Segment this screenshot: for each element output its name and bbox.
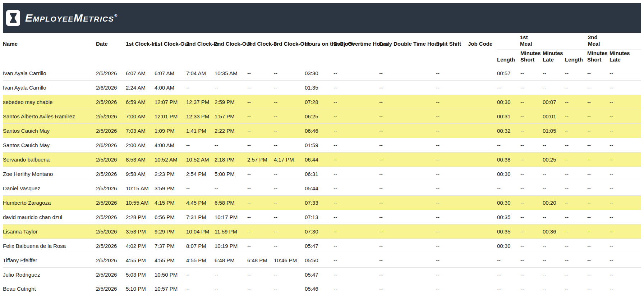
table-row[interactable]: Servando balbuena2/5/20268:53 AM10:52 AM… — [3, 152, 641, 167]
table-row[interactable]: Ivan Ayala Carrillo2/5/20266:07 AM6:07 A… — [3, 66, 641, 80]
cell-job-code — [468, 66, 497, 80]
cell-clock-out-2: 6:48 PM — [215, 253, 247, 267]
cell-meal1-minutes-short: -- — [520, 123, 543, 138]
cell-meal1-minutes-late: 00:01 — [543, 109, 565, 123]
cell-meal2-minutes-late: -- — [610, 152, 641, 167]
cell-hours-on-clock: 05:50 — [305, 253, 334, 267]
cell-date: 2/5/2026 — [96, 66, 126, 80]
cell-daily-overtime-hours: -- — [334, 109, 379, 123]
cell-meal2-length: -- — [565, 80, 587, 95]
cell-clock-out-1: 10:57 PM — [155, 282, 186, 295]
cell-meal1-length: 00:31 — [497, 109, 520, 123]
header-spacer-date — [96, 50, 126, 66]
cell-meal2-minutes-late: -- — [610, 167, 641, 181]
cell-job-code — [468, 152, 497, 167]
cell-meal2-minutes-short: -- — [587, 138, 610, 152]
column-header-clock-out-1: 1st Clock-Out — [155, 33, 186, 50]
cell-meal1-minutes-short: -- — [520, 66, 543, 80]
table-row[interactable]: Ivan Ayala Carrillo2/6/20262:24 AM4:00 A… — [3, 80, 641, 95]
table-row[interactable]: sebedeo may chable2/5/20266:59 AM12:07 P… — [3, 95, 641, 109]
cell-hours-on-clock: 05:46 — [305, 282, 334, 295]
table-row[interactable]: Daniel Vasquez2/5/202610:15 AM3:59 PM---… — [3, 181, 641, 195]
cell-daily-overtime-hours: -- — [334, 123, 379, 138]
brand-wordmark: EmployeeMetrics — [25, 12, 114, 24]
cell-clock-in-1: 9:58 AM — [126, 167, 155, 181]
column-header-split-shift: Split Shift — [436, 33, 468, 50]
cell-clock-in-1: 2:00 AM — [126, 138, 155, 152]
cell-meal2-minutes-late: -- — [610, 195, 641, 210]
cell-meal2-minutes-short: -- — [587, 282, 610, 295]
cell-clock-in-2: 10:04 PM — [186, 224, 215, 239]
cell-split-shift: -- — [436, 181, 468, 195]
cell-clock-in-3: -- — [247, 239, 274, 253]
column-group-meal-1: 1st Meal — [497, 33, 565, 50]
cell-name: Servando balbuena — [3, 152, 96, 167]
cell-meal2-length: -- — [565, 123, 587, 138]
table-row[interactable]: Lisanna Taylor2/5/20263:53 PM9:29 PM10:0… — [3, 224, 641, 239]
cell-date: 2/6/2026 — [96, 138, 126, 152]
cell-clock-out-2: 2:59 PM — [215, 95, 247, 109]
cell-hours-on-clock: 07:28 — [305, 95, 334, 109]
cell-split-shift: -- — [436, 152, 468, 167]
cell-clock-out-3: -- — [274, 239, 305, 253]
table-row[interactable]: Zoe Herlihy Montano2/5/20269:58 AM2:23 P… — [3, 167, 641, 181]
cell-daily-double-time-hours: -- — [379, 210, 436, 224]
cell-meal1-minutes-late: -- — [543, 253, 565, 267]
cell-split-shift: -- — [436, 282, 468, 295]
cell-name: Ivan Ayala Carrillo — [3, 80, 96, 95]
header-spacer-clock-in-2 — [186, 50, 215, 66]
table-row[interactable]: Humberto Zaragoza2/5/202610:55 AM4:15 PM… — [3, 195, 641, 210]
cell-meal1-minutes-short: -- — [520, 239, 543, 253]
table-row[interactable]: Santos Alberto Aviles Ramirez2/5/20267:0… — [3, 109, 641, 123]
cell-clock-out-1: 4:15 PM — [155, 195, 186, 210]
cell-meal1-minutes-short: -- — [520, 267, 543, 282]
cell-meal1-minutes-late: 00:25 — [543, 152, 565, 167]
cell-clock-out-2: 1:57 PM — [215, 109, 247, 123]
cell-daily-double-time-hours: -- — [379, 181, 436, 195]
header-spacer-hours-on-clock — [305, 50, 334, 66]
cell-daily-double-time-hours: -- — [379, 195, 436, 210]
cell-clock-in-2: -- — [186, 267, 215, 282]
table-row[interactable]: Tiffany Pfeiffer2/5/20264:55 PM4:55 PM4:… — [3, 253, 641, 267]
cell-clock-in-2: -- — [186, 282, 215, 295]
cell-clock-out-2: 2:18 PM — [215, 152, 247, 167]
cell-meal1-length: 00:57 — [497, 66, 520, 80]
cell-clock-out-2: 11:59 PM — [215, 224, 247, 239]
cell-clock-in-3: 6:48 PM — [247, 253, 274, 267]
table-row[interactable]: Beau Cutright2/5/20265:10 PM10:57 PM----… — [3, 282, 641, 295]
cell-name: Beau Cutright — [3, 282, 96, 295]
cell-job-code — [468, 224, 497, 239]
cell-clock-in-2: -- — [186, 80, 215, 95]
cell-hours-on-clock: 07:13 — [305, 210, 334, 224]
subcolumn-header-meal1-minutes-short: Minutes Short — [520, 50, 543, 66]
table-row[interactable]: Santos Cauich May2/6/20262:00 AM4:00 AM-… — [3, 138, 641, 152]
cell-daily-double-time-hours: -- — [379, 282, 436, 295]
cell-clock-out-3: -- — [274, 181, 305, 195]
cell-hours-on-clock: 01:59 — [305, 138, 334, 152]
cell-name: Daniel Vasquez — [3, 181, 96, 195]
table-row[interactable]: david mauricio chan dzul2/5/20262:28 PM6… — [3, 210, 641, 224]
cell-date: 2/5/2026 — [96, 195, 126, 210]
table-row[interactable]: Santos Cauich May2/5/20267:03 AM1:09 PM1… — [3, 123, 641, 138]
cell-date: 2/5/2026 — [96, 239, 126, 253]
cell-date: 2/5/2026 — [96, 253, 126, 267]
cell-daily-overtime-hours: -- — [334, 152, 379, 167]
table-row[interactable]: Julio Rodriguez2/5/20265:03 PM10:50 PM--… — [3, 267, 641, 282]
cell-daily-double-time-hours: -- — [379, 80, 436, 95]
cell-hours-on-clock: 06:44 — [305, 152, 334, 167]
cell-date: 2/5/2026 — [96, 167, 126, 181]
cell-daily-overtime-hours: -- — [334, 66, 379, 80]
cell-daily-double-time-hours: -- — [379, 253, 436, 267]
cell-meal2-length: -- — [565, 267, 587, 282]
cell-split-shift: -- — [436, 267, 468, 282]
cell-hours-on-clock: 05:47 — [305, 239, 334, 253]
cell-meal1-minutes-late: -- — [543, 66, 565, 80]
cell-split-shift: -- — [436, 109, 468, 123]
cell-meal1-length: 00:30 — [497, 95, 520, 109]
subcolumn-header-meal1-minutes-late: Minutes Late — [543, 50, 565, 66]
brand-name: EmployeeMetrics® — [25, 13, 117, 23]
cell-date: 2/6/2026 — [96, 80, 126, 95]
cell-clock-out-1: 9:29 PM — [155, 224, 186, 239]
table-row[interactable]: Felix Balbuena de la Rosa2/5/20264:02 PM… — [3, 239, 641, 253]
cell-daily-overtime-hours: -- — [334, 239, 379, 253]
